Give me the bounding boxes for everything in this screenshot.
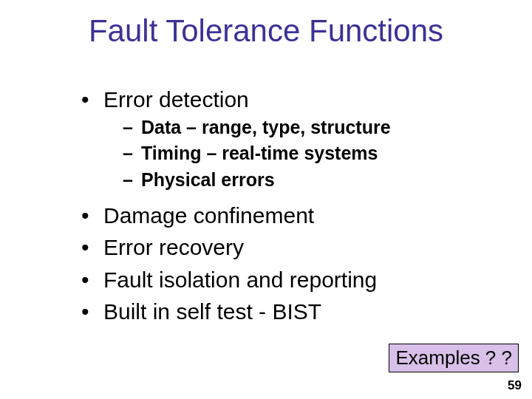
bullet-dot-icon: •	[81, 298, 103, 326]
slide: Fault Tolerance Functions • Error detect…	[0, 0, 532, 399]
subbullet-timing: – Timing – real-time systems	[123, 141, 495, 166]
bullet-error-recovery: • Error recovery	[81, 233, 495, 262]
bullet-text: Error recovery	[103, 233, 244, 262]
dash-icon: –	[123, 141, 136, 166]
page-number: 59	[508, 378, 522, 393]
bullet-damage-confinement: • Damage confinement	[81, 202, 495, 230]
subbullet-text: Physical errors	[141, 169, 275, 190]
bullet-text: Fault isolation and reporting	[103, 266, 377, 294]
slide-body: • Error detection – Data – range, type, …	[81, 81, 495, 326]
subbullet-physical: – Physical errors	[123, 168, 495, 193]
subbullet-data: – Data – range, type, structure	[123, 115, 495, 140]
bullet-text: Damage confinement	[103, 202, 314, 230]
subbullet-text: Timing – real-time systems	[141, 143, 378, 163]
bullet-bist: • Built in self test - BIST	[81, 298, 495, 326]
bullet-error-detection: • Error detection	[81, 86, 495, 114]
dash-icon: –	[123, 168, 136, 193]
bullet-text: Built in self test - BIST	[103, 298, 321, 326]
bullet-text: Error detection	[103, 86, 249, 114]
bullet-dot-icon: •	[81, 266, 103, 294]
bullet-fault-isolation: • Fault isolation and reporting	[81, 266, 495, 294]
slide-title: Fault Tolerance Functions	[0, 13, 532, 49]
dash-icon: –	[123, 115, 136, 140]
bullet-dot-icon: •	[81, 233, 103, 262]
subbullet-text: Data – range, type, structure	[141, 117, 391, 137]
examples-callout: Examples ? ?	[389, 344, 519, 372]
bullet-dot-icon: •	[81, 86, 103, 114]
bullet-dot-icon: •	[81, 202, 103, 230]
